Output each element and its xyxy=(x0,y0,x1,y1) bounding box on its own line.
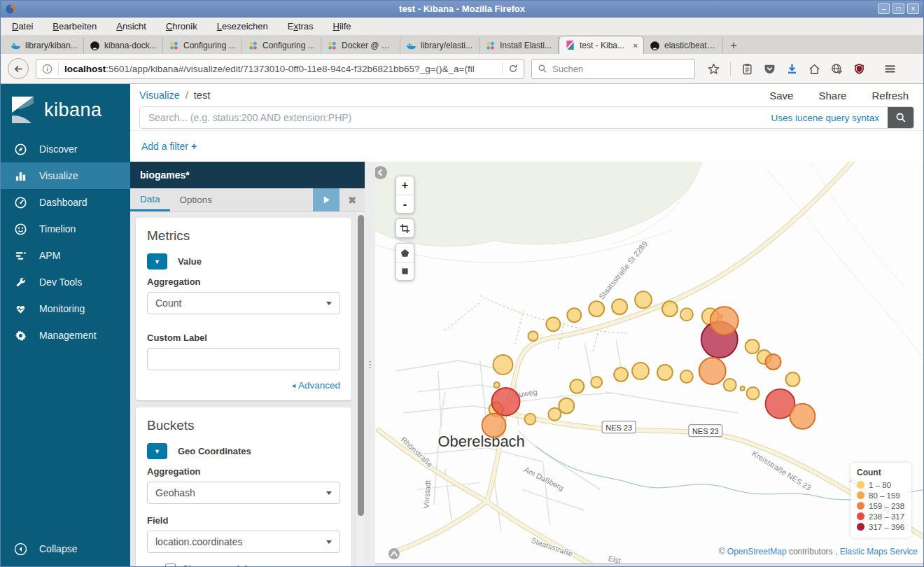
browser-tab-5[interactable]: Docker @ El... xyxy=(321,37,400,54)
pocket-icon[interactable] xyxy=(764,63,776,75)
browser-search-field[interactable]: Suchen xyxy=(531,59,695,79)
back-button[interactable] xyxy=(8,58,29,79)
metrics-row-label[interactable]: Value xyxy=(178,256,202,267)
ems-link[interactable]: Elastic Maps Service xyxy=(840,547,918,556)
share-button[interactable]: Share xyxy=(818,90,846,102)
refresh-button[interactable]: Refresh xyxy=(872,90,909,102)
add-filter-button[interactable]: Add a filter+ xyxy=(141,141,197,152)
map-bubble[interactable] xyxy=(662,301,678,316)
bookmark-star-icon[interactable] xyxy=(708,63,720,75)
crop-icon[interactable] xyxy=(396,219,414,237)
buckets-aggregation-select[interactable]: Geohash xyxy=(147,482,340,504)
sidebar-item-apm[interactable]: APM xyxy=(1,242,130,269)
map-bubble[interactable] xyxy=(786,372,800,386)
buckets-row-label[interactable]: Geo Coordinates xyxy=(178,446,251,456)
map-bubble[interactable] xyxy=(548,408,561,421)
scrollbar-thumb[interactable] xyxy=(358,215,364,516)
clipboard-icon[interactable] xyxy=(741,63,753,75)
map-bubble[interactable] xyxy=(680,308,693,321)
map-bubble[interactable] xyxy=(492,388,520,416)
buckets-toggle-button[interactable]: ▼ xyxy=(147,443,167,459)
zoom-out-button[interactable]: - xyxy=(396,195,414,213)
menu-hilfe[interactable]: Hilfe xyxy=(333,21,351,31)
map-bubble[interactable] xyxy=(790,404,815,429)
custom-label-input[interactable] xyxy=(147,348,340,370)
save-button[interactable]: Save xyxy=(769,90,793,102)
new-tab-button[interactable]: + xyxy=(723,37,744,54)
map-bubble[interactable] xyxy=(614,368,628,382)
kibana-logo[interactable]: kibana xyxy=(1,84,130,136)
map-bubble[interactable] xyxy=(493,355,513,374)
browser-tab-3[interactable]: Configuring ... xyxy=(163,37,242,54)
map-panel-collapse-icon[interactable] xyxy=(375,166,387,179)
precision-checkbox[interactable]: ✓ xyxy=(165,564,176,566)
map-bubble[interactable] xyxy=(747,387,760,400)
browser-tab-8[interactable]: test - Kiba...× xyxy=(559,36,644,54)
tab-data[interactable]: Data xyxy=(130,188,170,211)
home-icon[interactable] xyxy=(808,63,820,75)
menu-datei[interactable]: Datei xyxy=(12,21,33,31)
map-bubble[interactable] xyxy=(680,370,693,383)
map-bubble[interactable] xyxy=(724,379,736,391)
menu-ansicht[interactable]: Ansicht xyxy=(116,21,146,31)
breadcrumb-visualize-link[interactable]: Visualize xyxy=(139,90,180,101)
map-bubble[interactable] xyxy=(570,379,584,393)
menu-extras[interactable]: Extras xyxy=(288,21,314,31)
browser-tab-9[interactable]: elastic/beats... xyxy=(644,37,723,54)
sidebar-item-dev-tools[interactable]: Dev Tools xyxy=(1,269,130,295)
field-select[interactable]: location.coordinates xyxy=(147,531,340,553)
browser-tab-2[interactable]: kibana-dock... xyxy=(84,37,163,54)
minimize-button[interactable]: – xyxy=(878,4,890,14)
map-bubble[interactable] xyxy=(699,358,726,384)
advanced-link[interactable]: ◄ Advanced xyxy=(147,380,340,391)
query-input[interactable] xyxy=(140,112,771,123)
menu-chronik[interactable]: Chronik xyxy=(166,21,197,31)
panel-resize-handle[interactable]: ⋮ xyxy=(365,162,375,566)
menu-bearbeiten[interactable]: Bearbeiten xyxy=(52,21,97,31)
map-bubble[interactable] xyxy=(632,363,649,379)
browser-tab-6[interactable]: library/elasti... xyxy=(400,37,479,54)
map-bubble[interactable] xyxy=(589,301,604,316)
query-search-button[interactable] xyxy=(888,106,913,129)
browser-tab-1[interactable]: library/kiban... xyxy=(5,37,84,54)
horizontal-scrollbar[interactable] xyxy=(375,564,923,566)
sidebar-item-dashboard[interactable]: Dashboard xyxy=(1,189,130,216)
hamburger-menu-icon[interactable] xyxy=(884,63,896,75)
sidebar-item-discover[interactable]: Discover xyxy=(1,136,130,162)
map-bubble[interactable] xyxy=(657,365,673,380)
close-button[interactable]: × xyxy=(907,4,919,14)
url-bar[interactable]: localhost:5601/app/kibana#/visualize/edi… xyxy=(36,59,524,79)
map-bubble[interactable] xyxy=(635,291,652,308)
map-bubble[interactable] xyxy=(494,382,500,388)
metrics-aggregation-select[interactable]: Count xyxy=(147,292,340,314)
url-text[interactable]: localhost:5601/app/kibana#/visualize/edi… xyxy=(64,64,496,74)
zoom-in-button[interactable]: + xyxy=(396,176,414,195)
sidebar-item-visualize[interactable]: Visualize xyxy=(1,162,130,189)
maximize-button[interactable]: □ xyxy=(892,4,904,14)
browser-tab-7[interactable]: Install Elasti... xyxy=(479,37,559,54)
map-bubble[interactable] xyxy=(546,317,560,331)
info-icon[interactable] xyxy=(42,64,52,74)
sidebar-collapse-button[interactable]: Collapse xyxy=(1,531,130,566)
menu-lesezeichen[interactable]: Lesezeichen xyxy=(217,21,268,31)
map-bubble[interactable] xyxy=(567,308,581,322)
apply-changes-button[interactable] xyxy=(313,188,340,211)
draw-polygon-icon[interactable] xyxy=(396,244,414,262)
reload-icon[interactable] xyxy=(508,64,518,74)
ublock-shield-icon[interactable] xyxy=(853,63,865,75)
sidebar-item-timelion[interactable]: Timelion xyxy=(1,216,130,242)
window-titlebar[interactable]: test - Kibana - Mozilla Firefox –□× xyxy=(1,1,923,18)
tab-options[interactable]: Options xyxy=(170,188,223,211)
map-bubble[interactable] xyxy=(710,307,738,335)
draw-rectangle-icon[interactable] xyxy=(396,262,414,280)
map-bubble[interactable] xyxy=(612,299,627,314)
map-bubble[interactable] xyxy=(559,398,574,414)
panel-scrollbar[interactable] xyxy=(356,212,365,566)
map-bubble[interactable] xyxy=(741,386,745,391)
map-bubble[interactable] xyxy=(482,414,506,438)
map-visualization[interactable]: Staatsstraße St 2289AuwegAm DaßbergVorst… xyxy=(375,162,923,566)
metrics-toggle-button[interactable]: ▼ xyxy=(147,253,167,270)
sidebar-item-monitoring[interactable]: Monitoring xyxy=(1,295,130,322)
map-bubble[interactable] xyxy=(524,414,536,425)
map-bubble[interactable] xyxy=(591,377,602,388)
